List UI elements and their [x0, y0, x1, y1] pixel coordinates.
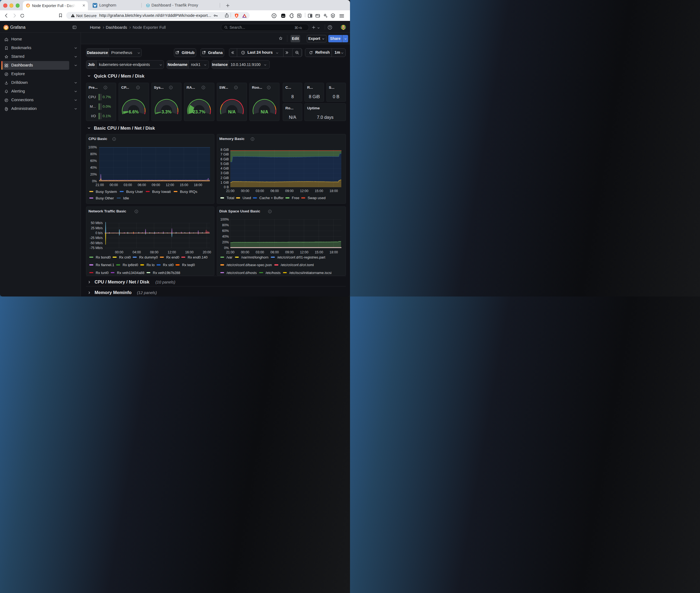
svg-text:N/A: N/A: [261, 109, 268, 114]
svg-text:6.6%: 6.6%: [129, 109, 139, 114]
svg-text:N/A: N/A: [228, 109, 235, 114]
svg-text:3.3%: 3.3%: [161, 109, 171, 114]
svg-text:23.7%: 23.7%: [193, 109, 205, 114]
